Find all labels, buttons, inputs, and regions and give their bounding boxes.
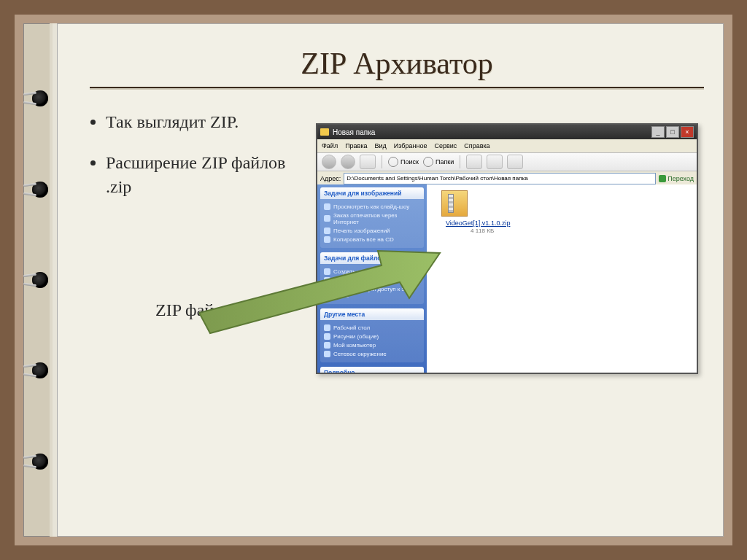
address-go-label: Переход (667, 175, 694, 182)
address-input[interactable]: D:\Documents and Settings\Human Torch\Ра… (344, 173, 656, 184)
menu-file[interactable]: Файл (322, 142, 338, 149)
slide-inner-frame: ZIP Архиватор Так выглядит ZIP. Расширен… (15, 15, 732, 545)
sidebar-item-label: Рисунки (общие) (333, 333, 379, 340)
slide-body: Так выглядит ZIP. Расширение ZIP файлов … (90, 94, 704, 529)
menu-edit[interactable]: Правка (345, 142, 367, 149)
toolbar-sync-button[interactable] (466, 155, 482, 169)
slide-page: ZIP Архиватор Так выглядит ZIP. Расширен… (57, 23, 724, 537)
task-icon (324, 203, 330, 210)
title-underline (90, 87, 704, 88)
task-icon (324, 228, 330, 234)
sidebar-item[interactable]: Открыть общий доступ к этой папке (324, 284, 420, 300)
explorer-window: Новая папка _ □ × Файл Правка Вид Избран… (316, 123, 698, 374)
sidebar-item[interactable]: Рисунки (общие) (324, 332, 420, 341)
nav-back-button[interactable] (322, 155, 336, 169)
sidebar-group-file-tasks: Задачи для файлов и папок Создать новую … (317, 252, 427, 304)
toolbar-separator (460, 155, 460, 168)
binding-ring-icon (32, 362, 48, 378)
figure-area: Новая папка _ □ × Файл Правка Вид Избран… (309, 94, 704, 529)
explorer-main-pane[interactable]: VideoGet[1].v1.1.0.zip 4 118 КБ (427, 184, 697, 373)
binding-ring-icon (32, 272, 48, 288)
sidebar-item[interactable]: Копировать все на CD (324, 235, 420, 244)
minimize-button[interactable]: _ (651, 126, 665, 138)
task-icon (324, 289, 330, 295)
place-icon (324, 351, 330, 357)
zip-file-icon (441, 190, 468, 217)
sidebar-item-label: Мой компьютер (333, 342, 376, 349)
menu-bar[interactable]: Файл Правка Вид Избранное Сервис Справка (317, 139, 697, 153)
task-icon (324, 236, 330, 243)
notebook-binding (23, 23, 57, 537)
address-go-button[interactable]: Переход (659, 175, 694, 182)
window-content: Задачи для изображений Просмотреть как с… (317, 184, 697, 373)
sidebar-item-label: Сетевое окружение (333, 351, 387, 357)
task-icon (324, 277, 330, 284)
maximize-button[interactable]: □ (666, 126, 679, 138)
bullet-item: Так выглядит ZIP. (106, 110, 309, 133)
sidebar-group-places: Другие места Рабочий стол Рисунки (общие… (317, 308, 427, 362)
sidebar-item-label: Открыть общий доступ к этой папке (333, 286, 420, 299)
sidebar-item-label: Рабочий стол (333, 324, 370, 331)
sidebar-item[interactable]: Мой компьютер (324, 341, 420, 349)
toolbar-separator (382, 155, 382, 168)
sidebar-item[interactable]: Сетевое окружение (324, 349, 420, 358)
toolbar-search[interactable]: Поиск (388, 157, 419, 167)
sidebar-item-label: Просмотреть как слайд-шоу (333, 203, 409, 210)
place-icon (324, 333, 330, 340)
sidebar-item-label: Опубликовать папку в вебе (333, 277, 407, 284)
sidebar-item[interactable]: Рабочий стол (324, 323, 420, 332)
sidebar-header[interactable]: Подробно (320, 367, 424, 373)
bullet-column: Так выглядит ZIP. Расширение ZIP файлов … (90, 94, 309, 529)
sidebar-item-label: Копировать все на CD (333, 236, 394, 243)
sidebar-item-label: Создать новую папку (333, 268, 391, 275)
sidebar-header[interactable]: Задачи для файлов и папок (320, 252, 424, 264)
bullet-item: Расширение ZIP файлов .zip (106, 151, 309, 198)
menu-help[interactable]: Справка (464, 142, 489, 149)
menu-view[interactable]: Вид (375, 142, 387, 149)
explorer-sidebar: Задачи для изображений Просмотреть как с… (317, 184, 427, 373)
file-item-zip[interactable]: VideoGet[1].v1.1.0.zip 4 118 КБ (441, 190, 536, 234)
task-icon (324, 268, 330, 275)
menu-favorites[interactable]: Избранное (394, 142, 427, 149)
toolbar-view-button[interactable] (487, 155, 503, 169)
close-button[interactable]: × (681, 126, 694, 138)
window-titlebar[interactable]: Новая папка _ □ × (317, 125, 697, 139)
menu-tools[interactable]: Сервис (434, 142, 457, 149)
binding-ring-icon (32, 182, 48, 198)
toolbar-extra-button[interactable] (507, 155, 523, 169)
toolbar-folders[interactable]: Папки (423, 157, 454, 167)
sidebar-header[interactable]: Задачи для изображений (320, 187, 424, 199)
folders-icon (423, 157, 433, 167)
sidebar-group-details: Подробно Новая папка (317, 367, 427, 373)
file-size: 4 118 КБ (471, 228, 536, 234)
toolbar: Поиск Папки (317, 153, 697, 171)
zip-file-caption: ZIP файл (155, 300, 309, 320)
sidebar-group-image-tasks: Задачи для изображений Просмотреть как с… (317, 187, 427, 248)
sidebar-item[interactable]: Создать новую папку (324, 267, 420, 276)
slide-outer-frame: ZIP Архиватор Так выглядит ZIP. Расширен… (0, 0, 747, 560)
binding-ring-icon (32, 90, 48, 106)
sidebar-item-label: Заказ отпечатков через Интернет (333, 212, 420, 225)
sidebar-item[interactable]: Печать изображений (324, 226, 420, 235)
search-icon (388, 157, 398, 167)
sidebar-header[interactable]: Другие места (320, 308, 424, 320)
folder-icon (320, 128, 329, 136)
sidebar-item[interactable]: Просмотреть как слайд-шоу (324, 202, 420, 211)
address-label: Адрес: (320, 175, 341, 182)
toolbar-search-label: Поиск (400, 158, 419, 166)
sidebar-item-label: Печать изображений (333, 228, 390, 234)
go-icon (659, 175, 666, 182)
nav-forward-button[interactable] (341, 155, 355, 169)
toolbar-folders-label: Папки (436, 158, 454, 166)
nav-up-button[interactable] (360, 155, 376, 169)
window-title-text: Новая папка (333, 128, 375, 136)
sidebar-item[interactable]: Опубликовать папку в вебе (324, 276, 420, 284)
slide-title: ZIP Архиватор (90, 46, 704, 81)
sidebar-item[interactable]: Заказ отпечатков через Интернет (324, 211, 420, 226)
binding-ring-icon (32, 454, 48, 470)
file-name: VideoGet[1].v1.1.0.zip (446, 219, 510, 228)
task-icon (324, 215, 330, 222)
place-icon (324, 342, 330, 349)
place-icon (324, 324, 330, 331)
